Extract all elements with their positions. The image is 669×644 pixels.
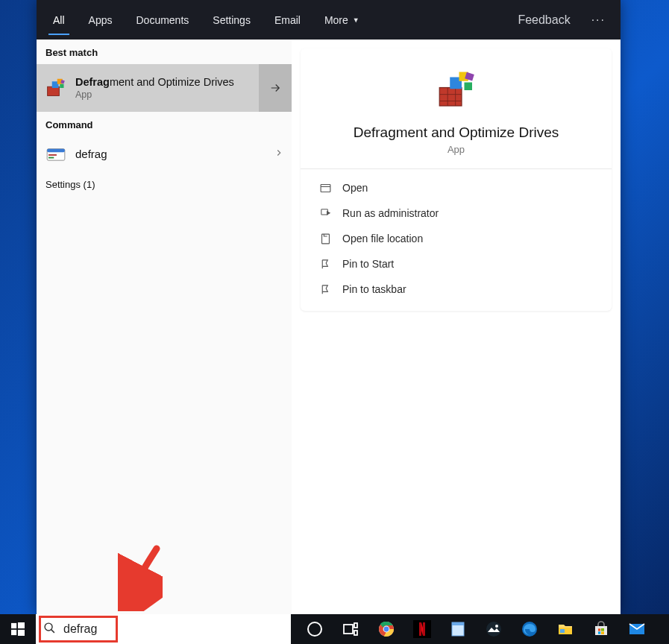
tab-all[interactable]: All [41,0,77,40]
action-pin-taskbar[interactable]: Pin to taskbar [315,277,597,302]
tab-apps[interactable]: Apps [77,0,125,40]
svg-rect-0 [48,86,60,95]
best-match-subtitle: App [75,89,234,100]
open-icon [318,181,332,195]
svg-rect-46 [598,628,600,631]
svg-rect-31 [354,631,357,635]
svg-point-42 [495,625,498,628]
details-card: Defragment and Optimize Drives App Open … [301,48,612,311]
svg-point-27 [45,623,52,631]
svg-rect-45 [560,629,565,633]
svg-rect-15 [455,88,456,107]
start-button[interactable] [0,614,36,644]
svg-rect-48 [598,631,600,634]
svg-rect-37 [419,622,421,636]
svg-rect-12 [439,94,462,95]
svg-rect-20 [321,184,330,192]
svg-rect-8 [48,154,57,156]
pin-icon [318,257,332,271]
svg-rect-30 [354,623,357,628]
folder-icon [318,232,332,245]
file-explorer-icon[interactable] [547,614,583,644]
tab-settings[interactable]: Settings [201,0,263,40]
svg-point-35 [384,627,389,632]
details-title: Defragment and Optimize Drives [315,124,597,141]
action-open[interactable]: Open [315,175,597,201]
action-label: Run as administrator [342,207,439,219]
settings-results-header[interactable]: Settings (1) [37,171,292,196]
run-command-icon [45,146,66,162]
action-label: Pin to Start [342,258,394,270]
svg-rect-24 [18,622,25,628]
action-pin-start[interactable]: Pin to Start [315,251,597,277]
action-run-admin[interactable]: Run as administrator [315,201,597,226]
search-input[interactable] [63,622,283,636]
expand-right-icon[interactable] [259,64,292,112]
taskbar-icons [291,614,655,644]
svg-rect-47 [601,628,604,631]
panel-body: Best match Defragment and Optimize Drive… [37,40,621,614]
command-header: Command [37,112,292,136]
taskbar-search[interactable] [36,614,291,644]
notepad-icon[interactable] [440,614,476,644]
details-column: Defragment and Optimize Drives App Open … [292,40,621,614]
feedback-link[interactable]: Feedback [507,0,580,40]
mail-icon[interactable] [619,614,655,644]
search-panel: All Apps Documents Settings Email More ▼… [37,0,621,614]
pin-icon [318,282,332,296]
action-label: Open file location [342,233,423,244]
tab-documents[interactable]: Documents [124,0,201,40]
svg-rect-4 [60,84,63,88]
search-tabbar: All Apps Documents Settings Email More ▼… [37,0,621,40]
store-icon[interactable] [583,614,619,644]
best-match-header: Best match [37,40,292,64]
svg-rect-10 [439,88,462,107]
best-match-title: Defragment and Optimize Drives [75,76,234,88]
divider [301,168,612,169]
command-label: defrag [75,148,107,160]
action-label: Pin to taskbar [342,283,406,295]
svg-rect-13 [439,101,462,101]
svg-rect-29 [344,625,353,634]
svg-rect-40 [452,622,464,625]
best-match-text: Defragment and Optimize Drives App [75,76,234,100]
tab-email[interactable]: Email [263,0,312,40]
svg-rect-26 [18,630,25,636]
action-label: Open [342,182,368,194]
chevron-down-icon: ▼ [353,16,359,24]
defrag-large-icon [315,69,597,111]
svg-rect-21 [321,209,327,214]
svg-point-41 [486,622,501,637]
svg-rect-25 [11,630,16,635]
shield-icon [318,206,332,220]
netflix-icon[interactable] [404,614,440,644]
svg-rect-18 [464,83,472,91]
svg-rect-7 [47,148,65,152]
chevron-right-icon [274,148,284,160]
svg-point-28 [308,622,321,636]
search-icon [43,622,56,637]
edge-icon[interactable] [512,614,547,644]
svg-rect-22 [321,234,329,244]
svg-rect-14 [447,88,447,107]
results-column: Best match Defragment and Optimize Drive… [37,40,292,614]
svg-rect-49 [601,631,604,634]
tabbar-spacer [371,0,508,40]
command-result[interactable]: defrag [37,136,292,171]
action-open-location[interactable]: Open file location [315,226,597,251]
defrag-app-icon [45,78,66,98]
svg-rect-9 [48,157,54,158]
more-options-icon[interactable]: ··· [581,0,616,40]
svg-rect-23 [11,623,16,628]
taskbar [0,614,669,644]
svg-rect-38 [423,622,425,636]
cortana-icon[interactable] [297,614,333,644]
tab-more[interactable]: More ▼ [312,0,371,40]
photos-icon[interactable] [476,614,512,644]
details-header: Defragment and Optimize Drives App [315,69,597,155]
details-subtitle: App [315,144,597,155]
best-match-result[interactable]: Defragment and Optimize Drives App [37,64,292,112]
chrome-icon[interactable] [368,614,404,644]
tab-more-label: More [324,14,348,26]
taskview-icon[interactable] [333,614,368,644]
